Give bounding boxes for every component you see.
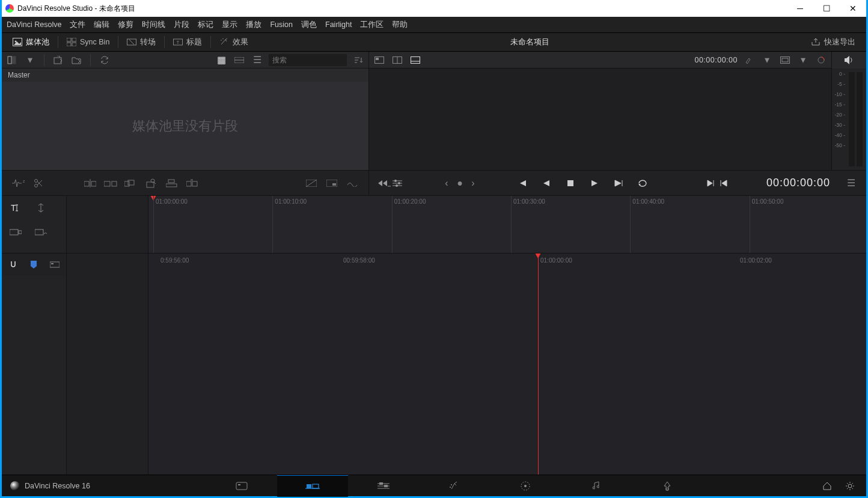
boring-detector-button[interactable]: z	[11, 177, 25, 189]
viewer-tools-dropdown[interactable]: ▾	[760, 54, 774, 66]
view-strip-button[interactable]	[233, 54, 246, 66]
menu-fairlight[interactable]: Fairlight	[325, 20, 352, 29]
menu-clip[interactable]: 片段	[174, 20, 189, 30]
smart-insert-button[interactable]	[84, 177, 97, 189]
safe-area-dropdown[interactable]: ▾	[796, 54, 810, 66]
source-overwrite-button[interactable]	[186, 177, 199, 189]
lower-timeline-tracks[interactable]: 0:59:56:0000:59:58:0001:00:00:0001:00:02…	[148, 254, 866, 475]
lower-track-header[interactable]	[67, 254, 148, 475]
transport-timecode[interactable]: 00:00:00:00	[766, 177, 830, 189]
view-thumb-button[interactable]: ▦	[215, 54, 228, 66]
menu-trim[interactable]: 修剪	[118, 20, 133, 30]
bin-dropdown-button[interactable]: ▾	[23, 54, 37, 66]
tab-transitions[interactable]: 转场	[121, 32, 162, 52]
tool-stabilize-button[interactable]	[346, 177, 359, 189]
menu-timeline[interactable]: 时间线	[142, 20, 165, 30]
bypass-button[interactable]	[815, 54, 828, 66]
view-list-button[interactable]: ☰	[251, 54, 264, 66]
tab-effects[interactable]: 效果	[213, 32, 254, 52]
upper-track-header[interactable]	[67, 196, 148, 253]
menu-help[interactable]: 帮助	[392, 20, 408, 30]
page-color-button[interactable]	[490, 475, 561, 497]
play-button[interactable]	[588, 177, 601, 189]
menu-workspace[interactable]: 工作区	[360, 20, 384, 30]
marker-button[interactable]: ●	[453, 177, 466, 189]
upper-timeline-ruler[interactable]: 01:00:00:0001:00:10:0001:00:20:0001:00:3…	[148, 196, 866, 253]
home-button[interactable]	[821, 480, 834, 492]
viewer-tools-button[interactable]	[742, 54, 756, 66]
meter-label: 0 -	[839, 71, 845, 77]
stop-button[interactable]	[564, 177, 577, 189]
svg-point-68	[450, 487, 451, 488]
go-end-button[interactable]	[612, 177, 625, 189]
tool-trim-b-button[interactable]	[34, 202, 47, 214]
bin-list-button[interactable]	[5, 54, 19, 66]
sync-button[interactable]	[98, 54, 111, 66]
place-on-top-button[interactable]	[165, 177, 179, 189]
lower-playhead[interactable]	[538, 254, 539, 475]
flag-tool-button[interactable]	[49, 258, 60, 270]
menu-playback[interactable]: 播放	[246, 20, 261, 30]
menu-edit[interactable]: 编辑	[94, 20, 109, 30]
page-cut-button[interactable]	[277, 475, 348, 497]
tool-video-only-button[interactable]	[9, 226, 22, 238]
tab-media-pool[interactable]: 媒体池	[7, 32, 55, 52]
svg-rect-4	[67, 43, 71, 46]
page-deliver-button[interactable]	[632, 475, 703, 497]
menu-file[interactable]: 文件	[70, 20, 85, 30]
fast-review-button[interactable]	[377, 177, 391, 189]
prev-edit-button[interactable]	[717, 177, 730, 189]
play-reverse-button[interactable]	[540, 177, 553, 189]
next-edit-button[interactable]	[704, 177, 717, 189]
transitions-icon	[127, 38, 136, 46]
tab-titles[interactable]: T 标题	[167, 32, 208, 52]
tool-dissolve-button[interactable]	[305, 177, 318, 189]
sort-button[interactable]	[352, 54, 365, 66]
tab-sync-bin[interactable]: Sync Bin	[61, 32, 115, 52]
media-pool-icon	[13, 38, 22, 46]
tools-sliders-button[interactable]	[391, 177, 404, 189]
loop-button[interactable]	[636, 177, 649, 189]
marker-tool-button[interactable]	[28, 258, 39, 270]
minimize-button[interactable]: ─	[787, 0, 813, 17]
menu-davinci[interactable]: DaVinci Resolve	[7, 20, 61, 29]
viewer-mode-3-button[interactable]	[409, 54, 422, 66]
menu-fusion[interactable]: Fusion	[270, 20, 293, 29]
go-start-button[interactable]	[516, 177, 529, 189]
svg-rect-56	[51, 263, 53, 264]
menu-view[interactable]: 显示	[222, 20, 237, 30]
prev-marker-button[interactable]: ‹	[440, 177, 453, 189]
append-button[interactable]	[104, 177, 117, 189]
menu-mark[interactable]: 标记	[198, 20, 213, 30]
viewer-panel[interactable]	[369, 68, 831, 170]
media-pool-empty[interactable]: 媒体池里没有片段	[2, 82, 368, 170]
import-media-button[interactable]	[52, 54, 65, 66]
volume-button[interactable]	[831, 52, 866, 68]
viewer-mode-1-button[interactable]	[373, 54, 386, 66]
safe-area-button[interactable]	[778, 54, 792, 66]
next-marker-button[interactable]: ›	[466, 177, 480, 189]
close-button[interactable]: ✕	[840, 0, 866, 17]
search-input[interactable]	[269, 54, 347, 66]
import-folder-button[interactable]	[70, 54, 83, 66]
quick-export-button[interactable]: 快速导出	[805, 32, 861, 52]
menu-color[interactable]: 调色	[301, 20, 317, 30]
tool-trim-a-button[interactable]: T	[9, 202, 22, 214]
tool-audio-only-button[interactable]	[34, 226, 47, 238]
snap-button[interactable]	[8, 258, 19, 270]
page-media-button[interactable]	[206, 475, 277, 497]
svg-rect-66	[384, 485, 388, 487]
split-button[interactable]	[32, 177, 45, 189]
timeline-options-button[interactable]: ☰	[845, 177, 858, 189]
viewer-mode-2-button[interactable]	[391, 54, 404, 66]
svg-point-49	[396, 184, 398, 187]
tool-pip-button[interactable]	[325, 177, 338, 189]
page-edit-button[interactable]	[348, 475, 419, 497]
closeup-button[interactable]	[145, 177, 158, 189]
meter-label: -50 -	[835, 142, 845, 148]
page-fusion-button[interactable]	[419, 475, 490, 497]
ripple-button[interactable]	[124, 177, 138, 189]
page-fairlight-button[interactable]	[561, 475, 632, 497]
maximize-button[interactable]: ☐	[813, 0, 840, 17]
settings-button[interactable]	[843, 480, 857, 492]
